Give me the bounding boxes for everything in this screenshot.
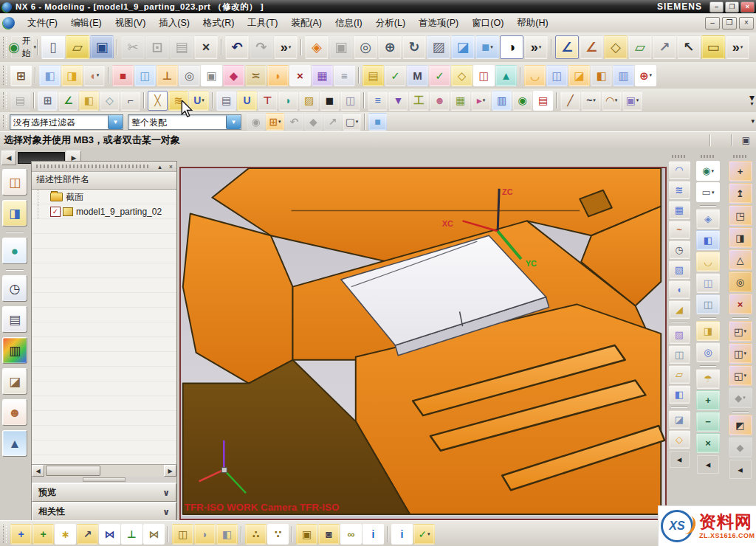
pattern-component-icon[interactable]: ∗ (55, 524, 76, 545)
resize-cylinder-icon[interactable]: ◎ (729, 272, 752, 292)
restore-button[interactable]: ❐ (725, 1, 739, 13)
tree-item-part[interactable]: ✓ model1_9_parting_02 (32, 204, 176, 219)
preview-chevron-icon[interactable]: ∨ (162, 488, 176, 498)
linked-body-icon[interactable]: ◇ (451, 65, 472, 86)
cursor-select-icon[interactable]: ↖ (677, 35, 701, 59)
sweep-along-guide-icon[interactable]: ◷ (669, 241, 690, 259)
scroll-left-icon[interactable]: ◀ (32, 465, 44, 477)
jack-icon[interactable]: 工 (409, 91, 429, 111)
pattern-face-icon[interactable]: ◰▾ (729, 321, 752, 342)
doc-close-button[interactable]: × (739, 17, 754, 30)
through-curve-mesh-icon[interactable]: ▦ (669, 201, 690, 219)
parasol-icon[interactable]: ☂ (696, 369, 720, 389)
toolbar-grip[interactable] (3, 115, 7, 128)
web-browser-icon[interactable]: ● (2, 238, 27, 264)
panel-splitter[interactable] (32, 477, 176, 483)
remember-constraints-icon[interactable]: ⋈ (143, 524, 165, 545)
navigator-column-header[interactable]: 描述性部件名 (32, 172, 176, 190)
show-hide-icon[interactable]: ◆ (304, 113, 323, 131)
undo-selection-icon[interactable]: ↶ (285, 113, 303, 131)
preview-section-bar[interactable]: 预览 ∨ (32, 483, 176, 502)
core-icon[interactable]: ◫ (546, 65, 568, 86)
menu-help[interactable]: 帮助(H) (510, 15, 554, 32)
sew-icon[interactable]: ▦ (312, 65, 333, 86)
wcs-orient-icon[interactable]: ∠ (580, 35, 603, 59)
minimize-button[interactable]: – (709, 1, 724, 13)
master-model-icon[interactable]: M (407, 65, 428, 86)
graphics-window[interactable]: ZC XC YC TFR-ISO WORK Camera TFR-ISO (179, 167, 667, 520)
offset-face-icon[interactable]: ▥ (613, 65, 634, 86)
menu-file[interactable]: 文件(F) (21, 15, 64, 32)
save-icon[interactable]: ▣ (90, 35, 114, 59)
sequence-icon[interactable]: ∴ (245, 524, 267, 545)
dependencies-chevron-icon[interactable]: ∨ (162, 507, 176, 517)
iso-view-icon[interactable]: ◧ (79, 91, 99, 111)
csys-view-icon[interactable]: ∠ (58, 91, 78, 111)
bolt-hole-icon[interactable]: U (237, 91, 257, 111)
toolbar-grip[interactable] (3, 37, 7, 58)
measure-distance-icon[interactable]: ▭ (701, 35, 725, 59)
swept-feature-icon[interactable]: ◖▾ (83, 65, 105, 86)
menu-information[interactable]: 信息(I) (329, 15, 369, 32)
report-doc-icon[interactable]: ▤ (533, 91, 553, 111)
clamp-icon[interactable]: ⊤ (258, 91, 278, 111)
datum-plane-pair-icon[interactable]: ◧ (39, 65, 61, 86)
update-display-icon[interactable]: ▨ (427, 35, 450, 59)
show-outline-icon[interactable]: ◫ (172, 524, 193, 545)
edit-cross-section-icon[interactable]: ◩ (729, 415, 752, 435)
marquee-select-icon[interactable]: ▢▾ (343, 113, 361, 131)
route-icon[interactable]: ≡ (368, 91, 388, 111)
pull-face-icon[interactable]: ↥ (729, 183, 752, 204)
menu-insert[interactable]: 插入(S) (152, 15, 196, 32)
point-dialog-icon[interactable]: ◇ (604, 35, 628, 59)
untrim-icon[interactable]: ◇ (669, 430, 690, 449)
panel-collapse-icon[interactable]: ▴ (154, 163, 165, 170)
view-overflow-icon[interactable]: »▾ (524, 35, 548, 59)
assembly-navigator-icon[interactable]: ◫ (2, 169, 27, 196)
text-icon[interactable]: ▣▾ (622, 91, 642, 111)
n-sided-surface-icon[interactable]: ◖ (669, 280, 690, 299)
zoom-icon[interactable]: ◎ (354, 35, 377, 59)
surface-overflow-icon[interactable]: ◂ (669, 450, 690, 469)
menu-analysis[interactable]: 分析(L) (369, 15, 412, 32)
toolbar-grip[interactable] (3, 92, 7, 108)
toolbar-drag-handle[interactable] (672, 155, 687, 158)
trim-sheet-icon[interactable]: ◪ (669, 410, 690, 429)
fullscreen-icon[interactable]: ▣ (742, 135, 750, 145)
pad-icon[interactable]: ◆ (223, 65, 244, 86)
slope-analysis-icon[interactable]: ▨ (299, 91, 319, 111)
materials-icon[interactable]: ▥ (2, 337, 27, 364)
redo-icon[interactable]: ↷ (250, 35, 273, 59)
shaded-cube-icon[interactable]: ■ (368, 113, 387, 131)
fill-surface-icon[interactable]: ◧ (669, 385, 690, 404)
variant-icon[interactable]: ◙ (318, 524, 340, 545)
selection-scope-icon[interactable]: ⊞▾ (266, 113, 284, 131)
delete-face-icon[interactable]: × (729, 294, 752, 314)
view-layout-icon[interactable]: ⊞ (38, 91, 58, 111)
grid-table-icon[interactable]: ▦ (450, 91, 470, 111)
split-body-icon[interactable]: ◧ (591, 65, 612, 86)
info-rings-icon[interactable]: i (362, 524, 384, 545)
sketch-icon[interactable]: ⊞ (10, 65, 32, 86)
assembly-constraints-icon[interactable]: ⋈ (99, 524, 120, 545)
join-icon[interactable]: ✓ (385, 65, 406, 86)
zoom-box-icon[interactable]: ▣ (329, 35, 353, 59)
drill-icon[interactable]: ▼ (388, 91, 408, 111)
toolbar-grip[interactable] (3, 66, 7, 84)
find-icon[interactable]: ◉ (247, 113, 265, 131)
shade-cube-icon[interactable]: ◧ (696, 230, 720, 250)
sketch-plane-icon[interactable]: ▭▾ (696, 182, 720, 202)
add-component-icon[interactable]: + (10, 524, 32, 545)
block-icon[interactable]: ■ (112, 65, 134, 86)
ruled-surface-icon[interactable]: ◠ (669, 161, 690, 179)
boss-block-icon[interactable]: ◨ (696, 321, 720, 341)
trim-icon[interactable]: × (289, 65, 311, 86)
visualize-icon[interactable]: ◉ (512, 91, 532, 111)
paste-special-icon[interactable]: ▤ (10, 91, 30, 111)
move-object-icon[interactable]: ↗ (323, 113, 342, 131)
scrollbar-thumb[interactable] (46, 466, 100, 476)
datum-axis-icon[interactable]: ↗ (653, 35, 676, 59)
cut-block-icon[interactable]: ◫ (696, 273, 720, 293)
wave-geometry-icon[interactable]: ◗ (194, 524, 216, 545)
system-materials-icon[interactable]: ▤ (2, 306, 27, 333)
